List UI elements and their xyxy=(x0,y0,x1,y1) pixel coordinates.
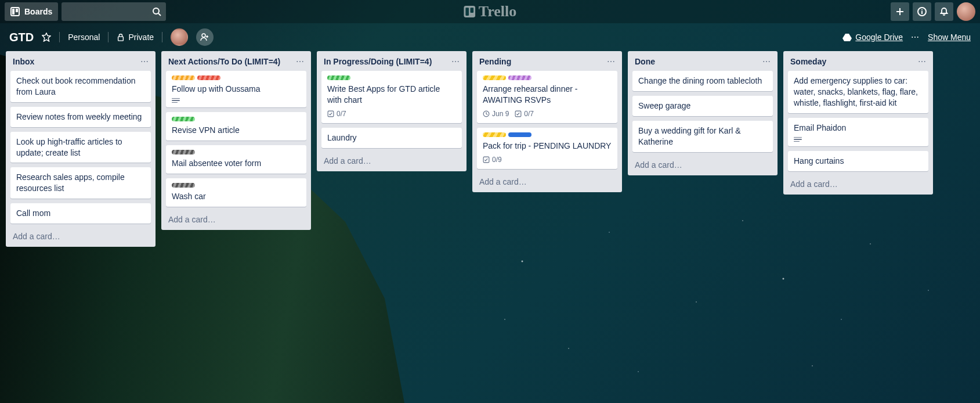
card-title: Add emergency supplies to car: water, sn… xyxy=(794,75,923,109)
boards-button[interactable]: Boards xyxy=(5,2,58,21)
list-menu-button[interactable]: ⋯ xyxy=(140,57,149,66)
add-card-button[interactable]: Add a card… xyxy=(788,176,928,189)
list-menu-button[interactable]: ⋯ xyxy=(607,57,615,66)
more-dots: ⋯ xyxy=(911,33,920,42)
visibility-button[interactable]: Private xyxy=(117,33,154,42)
board-member-avatar[interactable] xyxy=(171,28,188,46)
card[interactable]: Sweep garage xyxy=(632,96,773,116)
board-name[interactable]: GTD xyxy=(9,31,34,44)
card[interactable]: Buy a wedding gift for Karl & Katherine xyxy=(632,121,773,152)
card-title: Sweep garage xyxy=(638,100,767,111)
svg-rect-6 xyxy=(465,8,469,16)
card-title: Check out book recommendation from Laura xyxy=(16,75,145,98)
list-title[interactable]: Someday xyxy=(790,57,826,66)
card[interactable]: Add emergency supplies to car: water, sn… xyxy=(788,71,928,113)
info-button[interactable] xyxy=(913,2,931,21)
list-menu-button[interactable]: ⋯ xyxy=(918,57,926,66)
card-labels xyxy=(483,132,612,137)
add-card-button[interactable]: Add a card… xyxy=(10,228,151,241)
star-icon xyxy=(42,33,51,42)
card-badges: Jun 90/7 xyxy=(483,109,612,118)
description-icon xyxy=(172,98,301,103)
card[interactable]: Laundry xyxy=(321,128,462,148)
card[interactable]: Follow up with Oussama xyxy=(166,71,306,107)
search-input[interactable] xyxy=(62,2,166,21)
svg-rect-1 xyxy=(12,9,15,15)
list-title[interactable]: Done xyxy=(635,57,655,66)
list-menu-button[interactable]: ⋯ xyxy=(762,57,771,66)
add-member-button[interactable] xyxy=(196,28,214,46)
list: Next Actions/To Do (LIMIT=4)⋯Follow up w… xyxy=(161,51,311,230)
list-title[interactable]: Inbox xyxy=(13,57,34,66)
list: Someday⋯Add emergency supplies to car: w… xyxy=(783,51,933,195)
card-title: Change the dining room tablecloth xyxy=(638,75,767,87)
board-canvas: Inbox⋯Check out book recommendation from… xyxy=(0,51,980,247)
card[interactable]: Write Best Apps for GTD article with cha… xyxy=(321,71,462,123)
search-icon xyxy=(152,7,161,16)
card[interactable]: Hang curtains xyxy=(788,151,928,171)
bell-icon xyxy=(939,7,949,16)
card[interactable]: Mail absentee voter form xyxy=(166,145,306,174)
trello-logo[interactable]: Trello xyxy=(464,3,516,20)
card[interactable]: Pack for trip - PENDING LAUNDRY0/9 xyxy=(477,128,617,169)
notifications-button[interactable] xyxy=(935,2,953,21)
card-title: Email Phaidon xyxy=(794,123,923,134)
card-labels xyxy=(172,183,301,188)
create-button[interactable] xyxy=(891,2,909,21)
label-gray-st[interactable] xyxy=(172,150,195,154)
list-title[interactable]: In Progress/Doing (LIMIT=4) xyxy=(324,57,432,66)
card[interactable]: Look up high-traffic articles to update;… xyxy=(10,132,151,163)
label-gray-st[interactable] xyxy=(172,183,195,188)
card[interactable]: Revise VPN article xyxy=(166,112,306,141)
add-card-button[interactable]: Add a card… xyxy=(632,157,773,170)
google-drive-icon xyxy=(842,33,852,42)
description-icon xyxy=(794,137,923,142)
user-avatar[interactable] xyxy=(957,2,975,21)
list-title[interactable]: Next Actions/To Do (LIMIT=4) xyxy=(168,57,280,66)
checklist-badge: 0/7 xyxy=(327,109,346,118)
card-title: Mail absentee voter form xyxy=(172,158,301,169)
due-date-badge: Jun 9 xyxy=(483,109,509,118)
label-blue-solid[interactable] xyxy=(508,132,531,137)
list-menu-button[interactable]: ⋯ xyxy=(451,57,460,66)
star-button[interactable] xyxy=(42,33,51,42)
svg-rect-7 xyxy=(470,8,473,13)
label-green-st[interactable] xyxy=(327,75,350,80)
svg-point-12 xyxy=(202,34,205,37)
card-title: Look up high-traffic articles to update;… xyxy=(16,136,145,159)
card-title: Laundry xyxy=(327,132,456,143)
google-drive-link[interactable]: Google Drive xyxy=(842,33,903,42)
card[interactable]: Wash car xyxy=(166,178,306,207)
label-orange-st[interactable] xyxy=(172,75,195,80)
checklist-badge: 0/7 xyxy=(515,109,534,118)
add-card-button[interactable]: Add a card… xyxy=(166,211,306,224)
label-green-st[interactable] xyxy=(172,117,195,121)
label-purple-st[interactable] xyxy=(508,75,531,80)
card[interactable]: Review notes from weekly meeting xyxy=(10,107,151,127)
card[interactable]: Research sales apps, compile resources l… xyxy=(10,167,151,199)
boards-icon xyxy=(10,7,20,16)
label-yellow-sc[interactable] xyxy=(483,132,506,137)
card-labels xyxy=(172,117,301,121)
add-member-icon xyxy=(200,33,209,42)
card-title: Hang curtains xyxy=(794,156,923,167)
team-name[interactable]: Personal xyxy=(68,33,100,42)
card-title: Revise VPN article xyxy=(172,125,301,136)
add-card-button[interactable]: Add a card… xyxy=(321,153,462,165)
card[interactable]: Change the dining room tablecloth xyxy=(632,71,773,91)
show-menu-button[interactable]: Show Menu xyxy=(928,33,971,42)
card[interactable]: Call mom xyxy=(10,203,151,224)
card[interactable]: Email Phaidon xyxy=(788,118,928,146)
list-menu-button[interactable]: ⋯ xyxy=(296,57,304,66)
card-title: Pack for trip - PENDING LAUNDRY xyxy=(483,141,612,152)
card-title: Buy a wedding gift for Karl & Katherine xyxy=(638,125,767,147)
label-red-st[interactable] xyxy=(197,75,220,80)
list-title[interactable]: Pending xyxy=(479,57,511,66)
card[interactable]: Arrange rehearsal dinner - AWAITING RSVP… xyxy=(477,71,617,123)
card[interactable]: Check out book recommendation from Laura xyxy=(10,71,151,102)
card-labels xyxy=(327,75,456,80)
checklist-badge: 0/9 xyxy=(483,155,502,164)
add-card-button[interactable]: Add a card… xyxy=(477,174,617,186)
label-yellow-sc[interactable] xyxy=(483,75,506,80)
trello-logo-icon xyxy=(464,6,475,17)
